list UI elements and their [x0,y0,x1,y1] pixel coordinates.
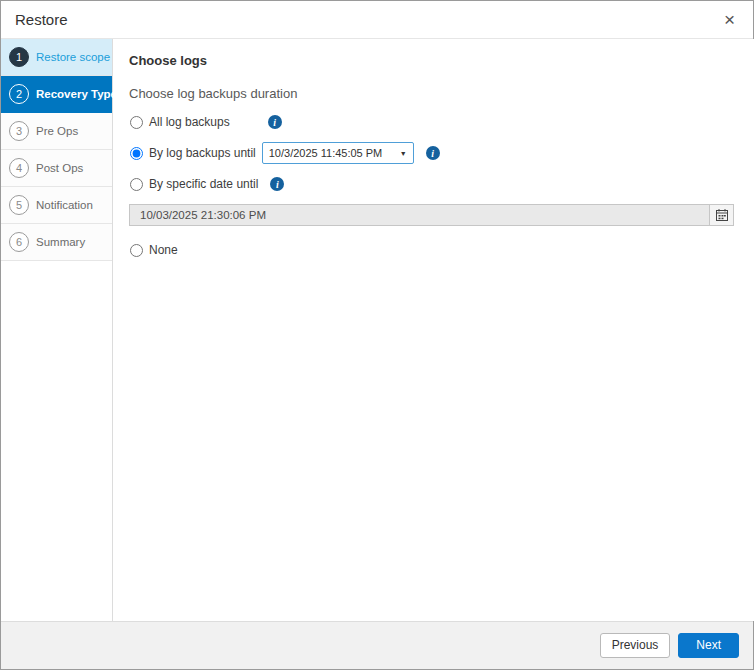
step-post-ops[interactable]: 4 Post Ops [1,150,112,187]
step-label: Post Ops [36,162,83,174]
next-button[interactable]: Next [678,633,739,657]
by-specific-date-label[interactable]: By specific date until [149,177,258,191]
step-number-badge: 3 [9,121,29,141]
step-label: Summary [36,236,85,248]
calendar-icon [716,209,728,221]
step-label: Recovery Type [36,88,117,100]
section-title: Choose log backups duration [129,86,734,101]
info-icon[interactable]: i [270,177,284,191]
all-log-backups-label[interactable]: All log backups [149,115,230,129]
dialog-footer: Previous Next [1,621,753,669]
option-by-log-backups-until: By log backups until 10/3/2025 11:45:05 … [129,142,734,164]
close-icon[interactable]: × [720,8,739,31]
step-number-badge: 6 [9,232,29,252]
restore-dialog: Restore × 1 Restore scope 2 Recovery Typ… [0,0,754,670]
step-number-badge: 2 [9,84,29,104]
none-label[interactable]: None [149,243,178,257]
step-pre-ops[interactable]: 3 Pre Ops [1,113,112,150]
info-icon[interactable]: i [426,146,440,160]
step-number-badge: 5 [9,195,29,215]
step-recovery-type[interactable]: 2 Recovery Type [1,76,112,113]
specific-date-field-row: 10/03/2025 21:30:06 PM [129,204,734,226]
log-backup-until-dropdown[interactable]: 10/3/2025 11:45:05 PM ▼ [262,142,414,164]
info-icon[interactable]: i [268,115,282,129]
log-backup-until-value: 10/3/2025 11:45:05 PM [269,147,383,159]
option-all-log-backups: All log backups i [129,111,734,133]
dialog-title: Restore [15,11,68,28]
wizard-steps-sidebar: 1 Restore scope 2 Recovery Type 3 Pre Op… [1,39,113,621]
step-number-badge: 4 [9,158,29,178]
chevron-down-icon: ▼ [400,150,407,157]
step-label: Pre Ops [36,125,78,137]
titlebar: Restore × [1,1,753,39]
previous-button[interactable]: Previous [600,633,671,657]
step-summary[interactable]: 6 Summary [1,224,112,261]
page-title: Choose logs [129,53,734,68]
option-by-specific-date: By specific date until i [129,173,734,195]
calendar-button[interactable] [709,204,734,226]
dialog-body: 1 Restore scope 2 Recovery Type 3 Pre Op… [1,39,753,621]
all-log-backups-radio[interactable] [130,116,143,129]
by-specific-date-radio[interactable] [130,178,143,191]
specific-date-input: 10/03/2025 21:30:06 PM [129,204,709,226]
step-notification[interactable]: 5 Notification [1,187,112,224]
none-radio[interactable] [130,244,143,257]
option-none: None [129,239,734,261]
step-number-badge: 1 [9,47,29,67]
step-label: Restore scope [36,51,110,63]
by-log-backups-until-radio[interactable] [130,147,143,160]
by-log-backups-until-label[interactable]: By log backups until [149,146,256,160]
main-content: Choose logs Choose log backups duration … [113,39,754,621]
step-label: Notification [36,199,93,211]
step-restore-scope[interactable]: 1 Restore scope [1,39,112,76]
